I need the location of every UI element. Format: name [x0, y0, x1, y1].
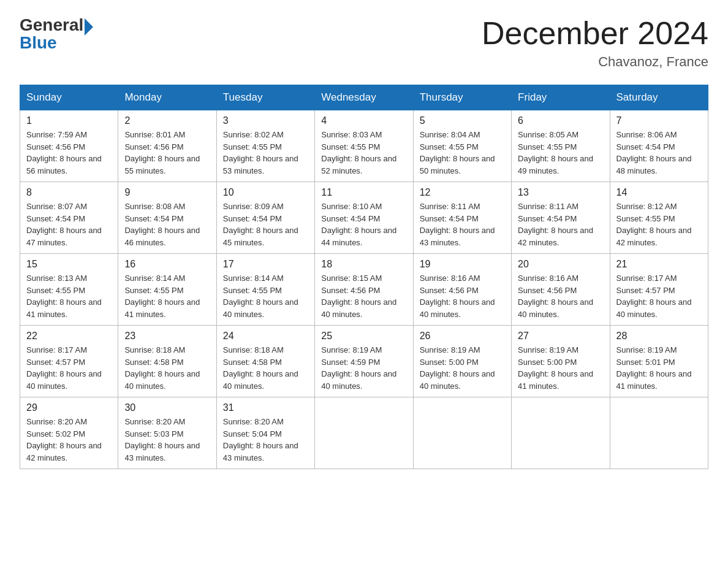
- calendar-cell: 27Sunrise: 8:19 AMSunset: 5:00 PMDayligh…: [512, 326, 610, 397]
- day-number: 31: [223, 402, 308, 413]
- col-header-tuesday: Tuesday: [216, 85, 314, 110]
- calendar-cell: 22Sunrise: 8:17 AMSunset: 4:57 PMDayligh…: [20, 326, 118, 397]
- day-info: Sunrise: 8:20 AMSunset: 5:03 PMDaylight:…: [124, 416, 210, 464]
- day-info: Sunrise: 8:14 AMSunset: 4:55 PMDaylight:…: [223, 272, 308, 320]
- calendar-week-row: 8Sunrise: 8:07 AMSunset: 4:54 PMDaylight…: [20, 182, 708, 254]
- day-number: 3: [223, 115, 308, 126]
- col-header-saturday: Saturday: [610, 85, 708, 110]
- calendar-cell: 26Sunrise: 8:19 AMSunset: 5:00 PMDayligh…: [413, 326, 511, 397]
- day-number: 22: [26, 331, 112, 342]
- day-number: 16: [124, 259, 210, 270]
- calendar-cell: 14Sunrise: 8:12 AMSunset: 4:55 PMDayligh…: [610, 182, 708, 254]
- calendar-cell: 28Sunrise: 8:19 AMSunset: 5:01 PMDayligh…: [610, 326, 708, 397]
- calendar-cell: 1Sunrise: 7:59 AMSunset: 4:56 PMDaylight…: [20, 110, 118, 182]
- day-number: 11: [321, 187, 406, 198]
- col-header-monday: Monday: [118, 85, 216, 110]
- col-header-sunday: Sunday: [20, 85, 118, 110]
- day-number: 18: [321, 259, 406, 270]
- calendar-cell: 24Sunrise: 8:18 AMSunset: 4:58 PMDayligh…: [216, 326, 314, 397]
- calendar-week-row: 1Sunrise: 7:59 AMSunset: 4:56 PMDaylight…: [20, 110, 708, 182]
- day-number: 25: [321, 331, 406, 342]
- calendar-cell: 13Sunrise: 8:11 AMSunset: 4:54 PMDayligh…: [512, 182, 610, 254]
- day-info: Sunrise: 8:06 AMSunset: 4:54 PMDaylight:…: [616, 129, 702, 177]
- calendar-cell: [512, 397, 610, 469]
- calendar-cell: [610, 397, 708, 469]
- calendar-cell: [315, 397, 413, 469]
- day-number: 23: [124, 331, 210, 342]
- day-info: Sunrise: 8:05 AMSunset: 4:55 PMDaylight:…: [518, 129, 603, 177]
- day-number: 30: [124, 402, 210, 413]
- day-info: Sunrise: 8:17 AMSunset: 4:57 PMDaylight:…: [26, 344, 112, 392]
- month-title: December 2024: [482, 15, 708, 52]
- calendar-cell: 3Sunrise: 8:02 AMSunset: 4:55 PMDaylight…: [216, 110, 314, 182]
- day-info: Sunrise: 8:08 AMSunset: 4:54 PMDaylight:…: [124, 201, 210, 248]
- day-number: 10: [223, 187, 308, 198]
- logo-general: General: [20, 15, 83, 35]
- calendar-cell: 6Sunrise: 8:05 AMSunset: 4:55 PMDaylight…: [512, 110, 610, 182]
- calendar-cell: 17Sunrise: 8:14 AMSunset: 4:55 PMDayligh…: [216, 254, 314, 326]
- day-info: Sunrise: 7:59 AMSunset: 4:56 PMDaylight:…: [26, 129, 112, 177]
- day-info: Sunrise: 8:18 AMSunset: 4:58 PMDaylight:…: [124, 344, 210, 392]
- day-info: Sunrise: 8:12 AMSunset: 4:55 PMDaylight:…: [616, 201, 702, 248]
- day-number: 5: [420, 115, 505, 126]
- day-info: Sunrise: 8:04 AMSunset: 4:55 PMDaylight:…: [420, 129, 505, 177]
- day-number: 7: [616, 115, 702, 126]
- logo-arrow-icon: [85, 18, 93, 36]
- col-header-thursday: Thursday: [413, 85, 511, 110]
- day-info: Sunrise: 8:20 AMSunset: 5:04 PMDaylight:…: [223, 416, 308, 464]
- calendar-cell: 7Sunrise: 8:06 AMSunset: 4:54 PMDaylight…: [610, 110, 708, 182]
- col-header-friday: Friday: [512, 85, 610, 110]
- calendar-cell: 21Sunrise: 8:17 AMSunset: 4:57 PMDayligh…: [610, 254, 708, 326]
- calendar-table: SundayMondayTuesdayWednesdayThursdayFrid…: [20, 85, 708, 469]
- day-number: 4: [321, 115, 406, 126]
- calendar-cell: 30Sunrise: 8:20 AMSunset: 5:03 PMDayligh…: [118, 397, 216, 469]
- day-number: 2: [124, 115, 210, 126]
- day-info: Sunrise: 8:10 AMSunset: 4:54 PMDaylight:…: [321, 201, 406, 248]
- calendar-cell: 25Sunrise: 8:19 AMSunset: 4:59 PMDayligh…: [315, 326, 413, 397]
- day-number: 17: [223, 259, 308, 270]
- day-number: 21: [616, 259, 702, 270]
- calendar-cell: 15Sunrise: 8:13 AMSunset: 4:55 PMDayligh…: [20, 254, 118, 326]
- day-info: Sunrise: 8:17 AMSunset: 4:57 PMDaylight:…: [616, 272, 702, 320]
- day-info: Sunrise: 8:18 AMSunset: 4:58 PMDaylight:…: [223, 344, 308, 392]
- day-info: Sunrise: 8:14 AMSunset: 4:55 PMDaylight:…: [124, 272, 210, 320]
- day-number: 20: [518, 259, 603, 270]
- calendar-cell: 19Sunrise: 8:16 AMSunset: 4:56 PMDayligh…: [413, 254, 511, 326]
- page-header: General Blue December 2024 Chavanoz, Fra…: [20, 15, 708, 70]
- day-number: 29: [26, 402, 112, 413]
- calendar-cell: 12Sunrise: 8:11 AMSunset: 4:54 PMDayligh…: [413, 182, 511, 254]
- calendar-cell: 11Sunrise: 8:10 AMSunset: 4:54 PMDayligh…: [315, 182, 413, 254]
- calendar-cell: 4Sunrise: 8:03 AMSunset: 4:55 PMDaylight…: [315, 110, 413, 182]
- day-info: Sunrise: 8:11 AMSunset: 4:54 PMDaylight:…: [420, 201, 505, 248]
- day-info: Sunrise: 8:03 AMSunset: 4:55 PMDaylight:…: [321, 129, 406, 177]
- col-header-wednesday: Wednesday: [315, 85, 413, 110]
- calendar-cell: 23Sunrise: 8:18 AMSunset: 4:58 PMDayligh…: [118, 326, 216, 397]
- calendar-cell: 10Sunrise: 8:09 AMSunset: 4:54 PMDayligh…: [216, 182, 314, 254]
- day-number: 12: [420, 187, 505, 198]
- day-info: Sunrise: 8:01 AMSunset: 4:56 PMDaylight:…: [124, 129, 210, 177]
- day-info: Sunrise: 8:16 AMSunset: 4:56 PMDaylight:…: [518, 272, 603, 320]
- calendar-cell: 31Sunrise: 8:20 AMSunset: 5:04 PMDayligh…: [216, 397, 314, 469]
- calendar-cell: 16Sunrise: 8:14 AMSunset: 4:55 PMDayligh…: [118, 254, 216, 326]
- day-number: 27: [518, 331, 603, 342]
- calendar-week-row: 29Sunrise: 8:20 AMSunset: 5:02 PMDayligh…: [20, 397, 708, 469]
- day-number: 14: [616, 187, 702, 198]
- day-info: Sunrise: 8:11 AMSunset: 4:54 PMDaylight:…: [518, 201, 603, 248]
- day-info: Sunrise: 8:16 AMSunset: 4:56 PMDaylight:…: [420, 272, 505, 320]
- day-number: 1: [26, 115, 112, 126]
- day-number: 9: [124, 187, 210, 198]
- calendar-cell: 9Sunrise: 8:08 AMSunset: 4:54 PMDaylight…: [118, 182, 216, 254]
- calendar-week-row: 22Sunrise: 8:17 AMSunset: 4:57 PMDayligh…: [20, 326, 708, 397]
- day-number: 24: [223, 331, 308, 342]
- day-number: 8: [26, 187, 112, 198]
- calendar-cell: 2Sunrise: 8:01 AMSunset: 4:56 PMDaylight…: [118, 110, 216, 182]
- day-info: Sunrise: 8:07 AMSunset: 4:54 PMDaylight:…: [26, 201, 112, 248]
- location: Chavanoz, France: [482, 54, 708, 70]
- day-info: Sunrise: 8:09 AMSunset: 4:54 PMDaylight:…: [223, 201, 308, 248]
- calendar-cell: 8Sunrise: 8:07 AMSunset: 4:54 PMDaylight…: [20, 182, 118, 254]
- calendar-week-row: 15Sunrise: 8:13 AMSunset: 4:55 PMDayligh…: [20, 254, 708, 326]
- calendar-cell: [413, 397, 511, 469]
- calendar-cell: 18Sunrise: 8:15 AMSunset: 4:56 PMDayligh…: [315, 254, 413, 326]
- day-info: Sunrise: 8:20 AMSunset: 5:02 PMDaylight:…: [26, 416, 112, 464]
- day-info: Sunrise: 8:19 AMSunset: 4:59 PMDaylight:…: [321, 344, 406, 392]
